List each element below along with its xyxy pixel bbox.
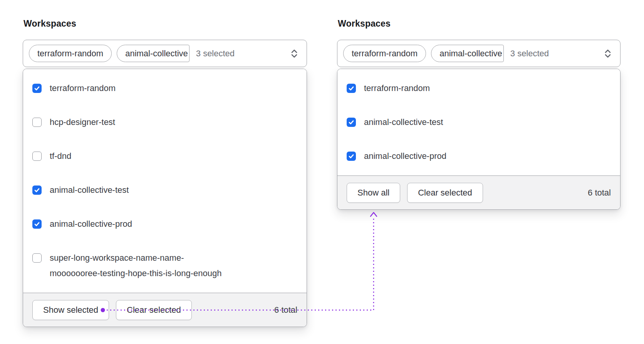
- workspace-option[interactable]: terraform-random: [337, 71, 620, 105]
- checkbox[interactable]: [32, 118, 42, 127]
- check-icon: [34, 85, 40, 91]
- check-icon: [34, 221, 40, 227]
- checkbox[interactable]: [347, 152, 356, 161]
- clear-selected-button[interactable]: Clear selected: [407, 183, 483, 203]
- check-icon: [348, 85, 354, 91]
- left-dropdown-panel: terraform-random hcp-designer-test tf-dn…: [23, 69, 307, 327]
- checkbox[interactable]: [32, 185, 42, 195]
- checkbox[interactable]: [347, 118, 356, 127]
- option-label: terraform-random: [50, 81, 116, 96]
- show-all-button[interactable]: Show all: [347, 183, 400, 203]
- workspace-option[interactable]: animal-collective-prod: [337, 139, 620, 173]
- selection-count: 3 selected: [196, 49, 235, 59]
- option-label: hcp-designer-test: [50, 115, 115, 130]
- checkbox[interactable]: [347, 84, 356, 93]
- options-list: terraform-random animal-collective-test …: [337, 69, 620, 175]
- tag-animal-collective: animal-collective: [117, 45, 190, 62]
- total-count: 6 total: [588, 188, 611, 198]
- workspace-option[interactable]: animal-collective-prod: [23, 207, 307, 241]
- tag-terraform-random: terraform-random: [343, 45, 426, 62]
- option-label: animal-collective-test: [50, 182, 129, 198]
- workspace-option[interactable]: tf-dnd: [23, 139, 307, 173]
- checkbox[interactable]: [32, 152, 42, 161]
- checkbox[interactable]: [32, 84, 42, 93]
- unfold-icon: [290, 48, 299, 59]
- multiselect-trigger[interactable]: terraform-random animal-collective 3 sel…: [337, 40, 621, 67]
- multiselect-trigger[interactable]: terraform-random animal-collective 3 sel…: [23, 40, 307, 67]
- clear-selected-button[interactable]: Clear selected: [116, 300, 192, 320]
- total-count: 6 total: [274, 305, 297, 315]
- workspace-option[interactable]: animal-collective-test: [337, 105, 620, 139]
- field-label: Workspaces: [338, 19, 621, 29]
- workspace-option[interactable]: hcp-designer-test: [23, 105, 307, 139]
- option-label: animal-collective-prod: [364, 148, 446, 164]
- right-dropdown-panel: terraform-random animal-collective-test …: [337, 69, 621, 210]
- workspace-option[interactable]: terraform-random: [23, 71, 307, 105]
- field-label: Workspaces: [23, 19, 307, 29]
- check-icon: [348, 153, 354, 159]
- options-list: terraform-random hcp-designer-test tf-dn…: [23, 69, 307, 293]
- dropdown-footer: Show selected Clear selected 6 total: [23, 293, 307, 327]
- checkbox[interactable]: [32, 253, 42, 263]
- left-workspaces-section: Workspaces terraform-random animal-colle…: [23, 17, 307, 327]
- selection-count: 3 selected: [510, 49, 549, 59]
- workspace-option[interactable]: super-long-workspace-name-name- moooooor…: [23, 241, 307, 290]
- show-selected-button[interactable]: Show selected: [32, 300, 109, 320]
- option-label: tf-dnd: [50, 148, 71, 164]
- check-icon: [34, 187, 40, 193]
- option-label: super-long-workspace-name-name- moooooor…: [50, 250, 221, 281]
- tag-terraform-random: terraform-random: [29, 45, 112, 62]
- tag-animal-collective: animal-collective: [431, 45, 504, 62]
- option-label: animal-collective-prod: [50, 216, 132, 232]
- option-label: animal-collective-test: [364, 115, 443, 130]
- workspace-option[interactable]: animal-collective-test: [23, 173, 307, 207]
- checkbox[interactable]: [32, 219, 42, 229]
- right-workspaces-section: Workspaces terraform-random animal-colle…: [337, 17, 621, 210]
- check-icon: [348, 119, 354, 125]
- unfold-icon: [603, 48, 612, 59]
- dropdown-footer: Show all Clear selected 6 total: [337, 175, 620, 209]
- option-label: terraform-random: [364, 81, 430, 96]
